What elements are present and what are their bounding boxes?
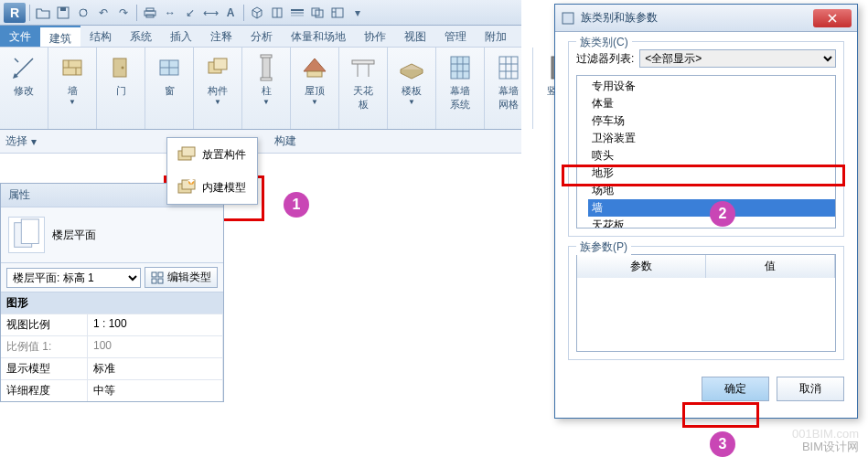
category-list[interactable]: 专用设备体量停车场卫浴装置喷头地形场地墙天花板安全设备家具家具系统屋顶: [576, 75, 836, 228]
ribbon-窗[interactable]: 窗: [147, 51, 191, 100]
redo-icon[interactable]: ↷: [114, 4, 133, 22]
dialog-titlebar[interactable]: 族类别和族参数: [555, 5, 857, 32]
category-item[interactable]: 喷头: [588, 147, 835, 165]
svg-rect-51: [182, 147, 195, 156]
undo-icon[interactable]: ↶: [94, 4, 113, 22]
ribbon-柱[interactable]: 柱▼: [244, 51, 288, 108]
switch-windows-icon[interactable]: [328, 4, 347, 22]
chevron-down-icon[interactable]: ▾: [348, 4, 367, 22]
ribbon-修改[interactable]: 修改: [2, 51, 46, 100]
close-view-icon[interactable]: [308, 4, 327, 22]
svg-point-20: [122, 67, 124, 69]
inplace-model-item[interactable]: ✦ 内建模型: [167, 171, 257, 204]
menu-附加[interactable]: 附加: [476, 26, 516, 47]
ribbon-label: 柱: [262, 84, 272, 98]
menu-管理[interactable]: 管理: [435, 26, 476, 47]
ribbon-icon: [397, 53, 426, 82]
quick-access-toolbar: R ↶ ↷ ↔ ↙ ⟷ A ▾: [0, 0, 521, 26]
category-item[interactable]: 停车场: [588, 112, 835, 130]
category-item[interactable]: 专用设备: [588, 78, 835, 95]
ribbon-幕墙网格[interactable]: 幕墙网格: [487, 51, 530, 113]
menu-结构[interactable]: 结构: [80, 26, 121, 47]
ribbon-幕墙系统[interactable]: 幕墙系统: [438, 51, 482, 113]
prop-value[interactable]: 中等: [88, 379, 223, 401]
thin-lines-icon[interactable]: [288, 4, 306, 22]
category-group-label: 族类别(C): [576, 35, 632, 50]
text-icon[interactable]: A: [221, 4, 240, 22]
menu-建筑[interactable]: 建筑: [40, 26, 80, 47]
prop-value[interactable]: 1 : 100: [88, 314, 223, 335]
ribbon-墙[interactable]: 墙▼: [50, 51, 94, 108]
svg-rect-29: [307, 71, 322, 77]
category-group: 族类别(C) 过滤器列表: <全部显示> 专用设备体量停车场卫浴装置喷头地形场地…: [568, 41, 844, 237]
dimension-icon[interactable]: ⟷: [201, 4, 220, 22]
menu-分析[interactable]: 分析: [241, 26, 282, 47]
save-icon[interactable]: [54, 4, 72, 22]
svg-rect-60: [152, 279, 156, 283]
params-table: 参数 值: [576, 254, 836, 352]
properties-grid: 视图比例1 : 100比例值 1:100显示模型标准详细程度中等: [1, 314, 223, 401]
ribbon-icon: [445, 53, 475, 82]
sync-icon[interactable]: [74, 4, 92, 22]
dialog-title: 族类别和族参数: [581, 10, 658, 26]
watermark: BIM设计网: [802, 439, 859, 455]
align-icon[interactable]: ↙: [181, 4, 199, 22]
category-item[interactable]: 地形: [588, 165, 835, 182]
menu-协作[interactable]: 协作: [355, 26, 395, 47]
print-icon[interactable]: [141, 4, 159, 22]
dialog-icon: [561, 11, 575, 26]
app-logo[interactable]: R: [4, 3, 26, 23]
ribbon: 修改墙▼门窗构件▼柱▼屋顶▼天花板楼板▼幕墙系统幕墙网格竖梃栏杆▼: [0, 48, 521, 130]
menu-视图[interactable]: 视图: [395, 26, 435, 47]
ribbon-构件[interactable]: 构件▼: [196, 51, 240, 108]
svg-rect-28: [261, 78, 272, 80]
separator: [243, 5, 244, 21]
type-selector[interactable]: 楼层平面: [1, 207, 223, 262]
ribbon-icon: [58, 53, 87, 82]
close-icon: [827, 13, 838, 24]
menu-注释[interactable]: 注释: [201, 26, 241, 47]
measure-icon[interactable]: ↔: [161, 4, 179, 22]
chevron-down-icon[interactable]: ▾: [31, 135, 37, 148]
ribbon-楼板[interactable]: 楼板▼: [390, 51, 434, 108]
ribbon-门[interactable]: 门: [99, 51, 143, 100]
separator: [29, 5, 30, 21]
ok-button[interactable]: 确定: [702, 377, 769, 401]
ribbon-label: 门: [116, 84, 126, 98]
category-item[interactable]: 卫浴装置: [588, 130, 835, 147]
menu-插入[interactable]: 插入: [161, 26, 201, 47]
props-category-graphics[interactable]: 图形: [1, 292, 223, 314]
prop-value[interactable]: 100: [88, 335, 223, 357]
sub-ribbon: 选择 ▾ 构建: [0, 130, 521, 154]
filter-select[interactable]: <全部显示>: [639, 49, 836, 68]
section-icon[interactable]: [268, 4, 286, 22]
instance-select[interactable]: 楼层平面: 标高 1: [6, 268, 141, 288]
category-item[interactable]: 体量: [588, 95, 835, 112]
select-panel-label: 选择 ▾: [5, 133, 37, 149]
ribbon-icon: [106, 53, 135, 82]
svg-rect-38: [499, 57, 518, 79]
place-component-item[interactable]: 放置构件: [167, 138, 257, 171]
ribbon-屋顶[interactable]: 屋顶▼: [293, 51, 337, 108]
svg-rect-57: [21, 219, 38, 244]
ribbon-icon: [252, 53, 281, 82]
menu-文件[interactable]: 文件: [0, 26, 40, 47]
svg-rect-25: [214, 58, 227, 69]
prop-value[interactable]: 标准: [88, 357, 223, 379]
ribbon-天花板[interactable]: 天花板: [341, 51, 385, 113]
svg-rect-26: [263, 57, 270, 79]
dropdown-item-label: 放置构件: [202, 147, 246, 163]
edit-type-button[interactable]: 编辑类型: [145, 267, 218, 288]
param-head-value: 值: [706, 255, 835, 278]
open-icon[interactable]: [34, 4, 52, 22]
menu-系统[interactable]: 系统: [121, 26, 161, 47]
prop-key: 视图比例: [1, 314, 88, 335]
ribbon-icon: [203, 53, 232, 82]
chevron-down-icon: ▼: [408, 98, 415, 106]
close-button[interactable]: [813, 9, 852, 27]
cancel-button[interactable]: 取消: [777, 377, 844, 401]
category-item[interactable]: 场地: [588, 182, 835, 199]
3d-icon[interactable]: [248, 4, 266, 22]
ribbon-label: 幕墙网格: [498, 84, 519, 112]
menu-体量和场地[interactable]: 体量和场地: [282, 26, 355, 47]
